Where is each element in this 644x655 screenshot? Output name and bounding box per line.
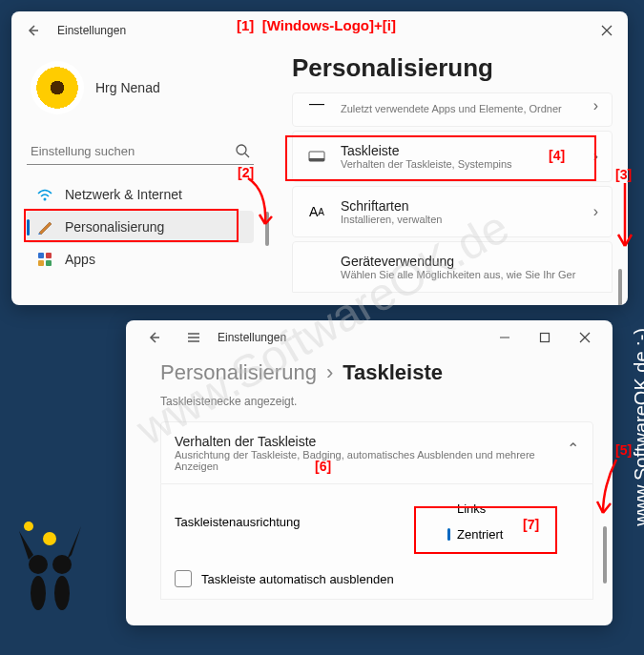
autohide-option[interactable]: Taskleiste automatisch ausblenden — [175, 559, 579, 599]
sidebar-item-label: Apps — [65, 252, 95, 267]
chevron-up-icon: ⌃ — [567, 434, 579, 458]
breadcrumb-parent[interactable]: Personalisierung — [160, 360, 317, 385]
back-button[interactable] — [23, 21, 42, 40]
card-title: Geräteverwendung — [341, 254, 598, 269]
close-icon — [601, 25, 613, 36]
maximize-button[interactable] — [525, 323, 565, 352]
minimize-icon — [499, 332, 510, 343]
search-icon — [235, 143, 250, 158]
svg-point-1 — [54, 576, 70, 610]
username: Hrg Nenad — [95, 80, 160, 95]
sidebar: Hrg Nenad Netzwerk & Internet Personalis… — [11, 50, 269, 305]
section-header-behavior[interactable]: Verhalten der Taskleiste Ausrichtung der… — [160, 421, 593, 484]
svg-rect-9 — [46, 253, 52, 258]
font-icon: AA — [306, 201, 327, 222]
device-icon — [306, 256, 327, 277]
page-title: Personalisierung — [292, 53, 613, 83]
card-description: Zuletzt verwendete Apps und Elemente, Or… — [341, 103, 580, 114]
paintbrush-icon — [36, 218, 53, 235]
section-description: Ausrichtung der Taskleiste, Badging, aut… — [175, 449, 567, 472]
chevron-right-icon: › — [593, 97, 598, 114]
svg-rect-8 — [38, 253, 44, 258]
alignment-dropdown[interactable]: Links Zentriert — [446, 496, 579, 547]
sidebar-item-label: Personalisierung — [65, 219, 164, 235]
watermark-side: www.SoftwareOK.de :-) — [632, 328, 645, 526]
settings-window-taskbar: Einstellungen Personalisierung › Tasklei… — [126, 320, 613, 625]
dropdown-option-left[interactable]: Links — [446, 496, 579, 522]
card-description: Wählen Sie alle Möglichkeiten aus, wie S… — [341, 269, 598, 280]
menu-button[interactable] — [174, 323, 214, 352]
svg-rect-13 — [309, 158, 324, 161]
sidebar-item-network[interactable]: Netzwerk & Internet — [27, 178, 254, 211]
sidebar-item-personalization[interactable]: Personalisierung — [27, 211, 254, 243]
svg-point-2 — [29, 555, 48, 574]
section-content: Taskleistenausrichtung Links Zentriert T… — [160, 484, 593, 600]
svg-point-7 — [44, 198, 47, 201]
clock-icon: — — [306, 93, 327, 114]
dropdown-option-center[interactable]: Zentriert — [446, 522, 579, 547]
breadcrumb: Personalisierung › Taskleiste — [160, 360, 593, 385]
mascot-image — [10, 512, 95, 626]
chevron-right-icon: › — [593, 203, 598, 220]
svg-rect-14 — [541, 334, 550, 342]
setting-card-taskbar[interactable]: Taskleiste Verhalten der Taskleiste, Sys… — [292, 131, 613, 182]
search-input[interactable] — [31, 144, 235, 158]
setting-card-recent[interactable]: — Zuletzt verwendete Apps und Elemente, … — [292, 92, 613, 127]
sidebar-item-apps[interactable]: Apps — [27, 243, 254, 276]
annotation-shortcut: [1] [Windows-Logo]+[i] — [237, 17, 396, 33]
close-button[interactable] — [597, 21, 616, 40]
card-title: Schriftarten — [341, 198, 580, 214]
main-panel: Personalisierung — Zuletzt verwendete Ap… — [269, 50, 628, 305]
setting-card-usage[interactable]: Geräteverwendung Wählen Sie alle Möglich… — [292, 241, 613, 293]
wifi-icon — [36, 186, 53, 203]
scrollbar[interactable] — [603, 526, 607, 583]
minimize-button[interactable] — [485, 323, 525, 352]
taskbar-icon — [306, 146, 327, 167]
window-title: Einstellungen — [57, 24, 126, 37]
profile-section[interactable]: Hrg Nenad — [27, 57, 254, 118]
annotation-marker-5: [5] — [615, 442, 632, 458]
close-icon — [579, 332, 591, 343]
svg-point-6 — [237, 145, 246, 154]
maximize-icon — [539, 332, 551, 343]
checkbox-icon[interactable] — [175, 570, 192, 587]
titlebar: Einstellungen — [126, 320, 613, 355]
apps-icon — [36, 251, 53, 268]
setting-card-fonts[interactable]: AA Schriftarten Installieren, verwalten … — [292, 186, 613, 237]
alignment-label: Taskleistenausrichtung — [175, 515, 446, 529]
svg-point-5 — [24, 522, 33, 531]
card-description: Verhalten der Taskleiste, Systempins — [341, 158, 580, 170]
card-title: Taskleiste — [341, 143, 580, 158]
svg-point-4 — [43, 532, 56, 545]
main-scrollbar[interactable] — [618, 269, 622, 305]
card-description: Installieren, verwalten — [341, 214, 580, 225]
chevron-right-icon: › — [326, 360, 333, 385]
section-title: Verhalten der Taskleiste — [175, 434, 567, 449]
arrow-left-icon — [26, 24, 39, 37]
settings-window-main: Einstellungen Hrg Nenad Netzwerk & Inter… — [11, 11, 628, 305]
window-title: Einstellungen — [218, 331, 286, 344]
search-box[interactable] — [27, 137, 254, 165]
arrow-left-icon — [147, 331, 160, 344]
breadcrumb-current: Taskleiste — [343, 360, 443, 385]
close-button[interactable] — [565, 323, 605, 352]
chevron-right-icon: › — [593, 148, 598, 165]
svg-point-0 — [31, 576, 46, 610]
svg-rect-11 — [46, 260, 52, 266]
status-text: Taskleistenecke angezeigt. — [160, 395, 593, 408]
back-button[interactable] — [134, 323, 174, 352]
svg-rect-10 — [38, 260, 44, 266]
autohide-label: Taskleiste automatisch ausblenden — [201, 572, 394, 586]
sidebar-item-label: Netzwerk & Internet — [65, 187, 182, 202]
avatar — [31, 61, 84, 114]
hamburger-icon — [187, 331, 200, 344]
